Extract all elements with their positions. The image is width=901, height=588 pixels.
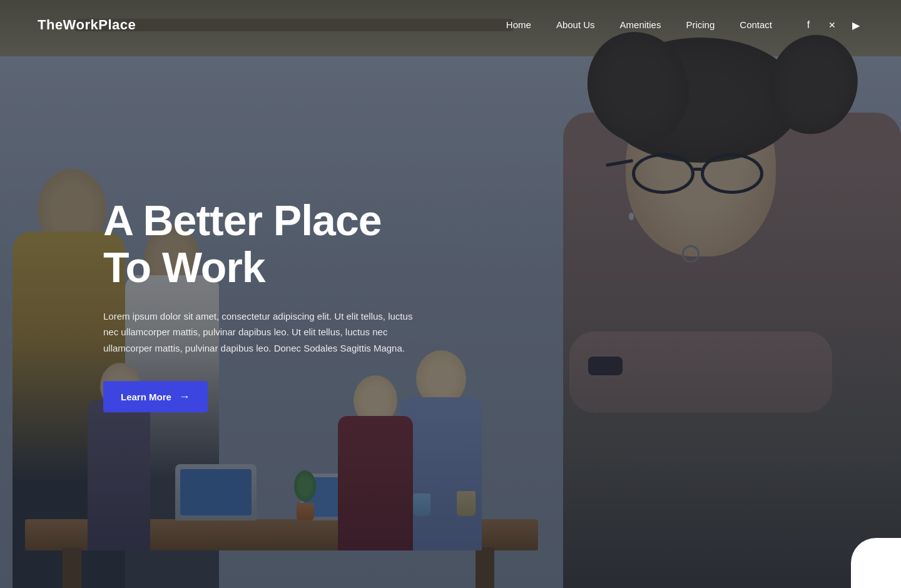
nav-link-amenities[interactable]: Amenities xyxy=(610,14,671,35)
nav-item-about: About Us xyxy=(546,19,605,31)
navbar: TheWorkPlace Home About Us Amenities Pri… xyxy=(0,0,901,50)
twitter-icon[interactable]: ✕ xyxy=(825,18,840,33)
nav-item-pricing: Pricing xyxy=(676,19,725,31)
nav-link-about[interactable]: About Us xyxy=(546,14,605,35)
nav-links: Home About Us Amenities Pricing Contact xyxy=(496,19,782,31)
youtube-icon[interactable]: ▶ xyxy=(848,18,863,33)
nav-social: f ✕ ▶ xyxy=(801,18,863,33)
brand-logo[interactable]: TheWorkPlace xyxy=(38,17,136,33)
hero-title-line1: A Better Place xyxy=(103,196,382,244)
nav-link-contact[interactable]: Contact xyxy=(730,14,782,35)
nav-item-amenities: Amenities xyxy=(610,19,671,31)
nav-link-home[interactable]: Home xyxy=(496,14,541,35)
learn-more-button[interactable]: Learn More → xyxy=(103,381,208,412)
nav-item-contact: Contact xyxy=(730,19,782,31)
hero-section: TheWorkPlace Home About Us Amenities Pri… xyxy=(0,0,901,588)
nav-right: Home About Us Amenities Pricing Contact … xyxy=(496,18,863,33)
learn-more-label: Learn More xyxy=(121,392,171,402)
corner-decoration xyxy=(851,538,901,588)
facebook-icon[interactable]: f xyxy=(801,18,816,33)
hero-description: Lorem ipsum dolor sit amet, consectetur … xyxy=(103,308,429,357)
hero-title: A Better Place To Work xyxy=(103,197,429,291)
arrow-icon: → xyxy=(179,391,190,402)
hero-title-line2: To Work xyxy=(103,243,265,291)
nav-item-home: Home xyxy=(496,19,541,31)
hero-content: A Better Place To Work Lorem ipsum dolor… xyxy=(103,197,429,412)
nav-link-pricing[interactable]: Pricing xyxy=(676,14,725,35)
